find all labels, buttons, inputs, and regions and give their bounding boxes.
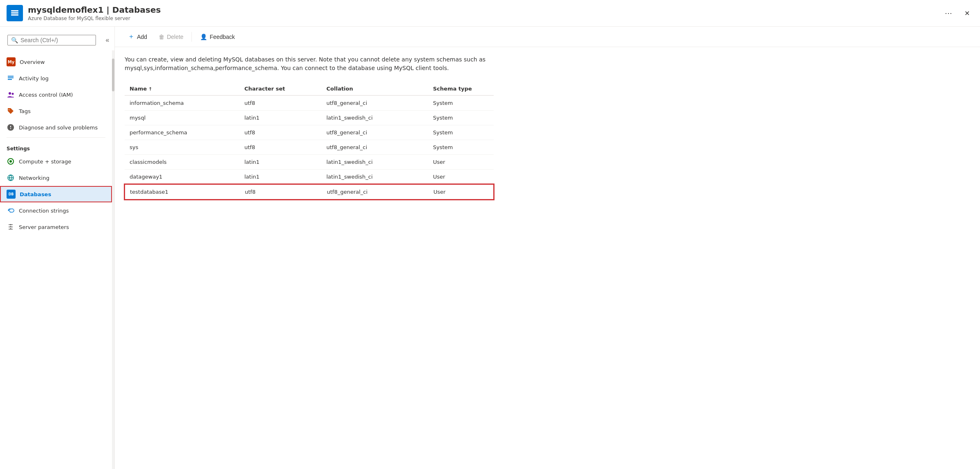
feedback-button[interactable]: 👤 Feedback [195, 31, 239, 43]
cell-name: sys [130, 144, 244, 150]
activity-log-icon [7, 74, 15, 82]
table-body: information_schema utf8 utf8_general_ci … [125, 96, 494, 200]
sidebar-nav: My Overview Activity log Access c [0, 50, 112, 469]
sidebar-item-tags[interactable]: Tags [0, 103, 112, 119]
column-schema-type-header: Schema type [433, 86, 515, 92]
add-icon: ＋ [128, 32, 134, 41]
table-row[interactable]: datageway1 latin1 latin1_swedish_ci User [125, 170, 494, 184]
cell-schema-type: User [433, 189, 515, 195]
networking-icon [7, 174, 15, 182]
sidebar-item-diagnose[interactable]: Diagnose and solve problems [0, 119, 112, 136]
cell-collation: latin1_swedish_ci [326, 115, 433, 121]
content-body: You can create, view and deleting MySQL … [115, 47, 980, 208]
server-parameters-icon [7, 223, 15, 231]
table-row[interactable]: performance_schema utf8 utf8_general_ci … [125, 125, 494, 140]
cell-collation: latin1_swedish_ci [326, 174, 433, 180]
table-row[interactable]: testdatabase1 utf8 utf8_general_ci User [124, 184, 494, 200]
more-button[interactable]: ⋯ [941, 7, 955, 19]
cell-collation: latin1_swedish_ci [326, 159, 433, 165]
sidebar-item-compute-storage[interactable]: Compute + storage [0, 153, 112, 170]
svg-rect-0 [11, 10, 18, 11]
cell-schema-type: User [433, 174, 515, 180]
delete-button[interactable]: 🗑 Delete [154, 31, 188, 43]
cell-schema-type: System [433, 129, 515, 136]
header-title-block: mysqldemoflex1 | Databases Azure Databas… [28, 5, 937, 21]
access-control-label: Access control (IAM) [19, 92, 73, 98]
access-control-icon [7, 91, 15, 99]
resource-icon [7, 5, 23, 21]
cell-name: datageway1 [130, 174, 244, 180]
cell-name: information_schema [130, 100, 244, 106]
sidebar-item-access-control[interactable]: Access control (IAM) [0, 86, 112, 103]
diagnose-label: Diagnose and solve problems [19, 125, 98, 131]
cell-collation: utf8_general_ci [327, 189, 433, 195]
search-icon: 🔍 [11, 37, 18, 43]
cell-name: classicmodels [130, 159, 244, 165]
page-header: mysqldemoflex1 | Databases Azure Databas… [0, 0, 980, 27]
close-button[interactable]: ✕ [960, 7, 973, 20]
svg-rect-4 [8, 77, 14, 78]
scrollbar-track [112, 50, 114, 469]
compute-storage-label: Compute + storage [19, 159, 71, 165]
content-area: ＋ Add 🗑 Delete 👤 Feedback You can create… [115, 27, 980, 469]
svg-rect-5 [8, 79, 12, 80]
scrollbar-thumb[interactable] [112, 59, 114, 91]
search-box[interactable]: 🔍 [7, 35, 96, 45]
overview-icon: My [7, 57, 16, 66]
column-name-header: Name↑ [130, 86, 244, 92]
svg-rect-1 [11, 12, 18, 14]
cell-charset: latin1 [244, 115, 326, 121]
settings-divider [7, 137, 105, 138]
cell-schema-type: User [433, 159, 515, 165]
column-charset-header: Character set [244, 86, 326, 92]
cell-charset: utf8 [244, 144, 326, 150]
table-row[interactable]: classicmodels latin1 latin1_swedish_ci U… [125, 155, 494, 170]
svg-point-6 [9, 92, 11, 95]
sidebar: 🔍 « My Overview [0, 27, 115, 469]
table-row[interactable]: sys utf8 utf8_general_ci System [125, 140, 494, 155]
activity-log-label: Activity log [19, 75, 49, 82]
cell-charset: utf8 [245, 189, 327, 195]
tags-label: Tags [19, 108, 31, 114]
cell-schema-type: System [433, 115, 515, 121]
cell-name: mysql [130, 115, 244, 121]
cell-name: testdatabase1 [130, 189, 245, 195]
connection-strings-icon [7, 206, 15, 215]
table-header-row: Name↑ Character set Collation Schema typ… [125, 82, 494, 96]
sidebar-item-overview[interactable]: My Overview [0, 54, 112, 70]
description-text: You can create, view and deleting MySQL … [125, 55, 494, 73]
delete-icon: 🗑 [159, 34, 164, 40]
networking-label: Networking [19, 175, 49, 181]
cell-schema-type: System [433, 144, 515, 150]
cell-charset: utf8 [244, 129, 326, 136]
add-button[interactable]: ＋ Add [123, 30, 152, 43]
toolbar: ＋ Add 🗑 Delete 👤 Feedback [115, 27, 980, 47]
svg-point-9 [9, 160, 12, 163]
databases-icon: DB [7, 190, 16, 199]
databases-label: Databases [20, 191, 51, 197]
sidebar-item-databases[interactable]: DB Databases [0, 186, 112, 202]
feedback-icon: 👤 [200, 34, 207, 40]
settings-section-label: Settings [0, 139, 112, 153]
sidebar-item-server-parameters[interactable]: Server parameters [0, 219, 112, 235]
main-layout: 🔍 « My Overview [0, 27, 980, 469]
sidebar-item-connection-strings[interactable]: Connection strings [0, 202, 112, 219]
sidebar-item-networking[interactable]: Networking [0, 170, 112, 186]
sidebar-item-activity-log[interactable]: Activity log [0, 70, 112, 86]
compute-storage-icon [7, 157, 15, 165]
page-subtitle: Azure Database for MySQL flexible server [28, 16, 937, 21]
search-input[interactable] [21, 37, 92, 43]
overview-label: Overview [20, 59, 45, 65]
cell-schema-type: System [433, 100, 515, 106]
table-row[interactable]: information_schema utf8 utf8_general_ci … [125, 96, 494, 111]
collapse-sidebar-button[interactable]: « [102, 34, 113, 46]
column-collation-header: Collation [326, 86, 433, 92]
svg-point-7 [12, 93, 14, 95]
diagnose-icon [7, 123, 15, 131]
page-title: mysqldemoflex1 | Databases [28, 5, 937, 15]
table-row[interactable]: mysql latin1 latin1_swedish_ci System [125, 111, 494, 125]
tags-icon [7, 107, 15, 115]
svg-rect-2 [11, 14, 18, 16]
cell-charset: latin1 [244, 174, 326, 180]
cell-name: performance_schema [130, 129, 244, 136]
